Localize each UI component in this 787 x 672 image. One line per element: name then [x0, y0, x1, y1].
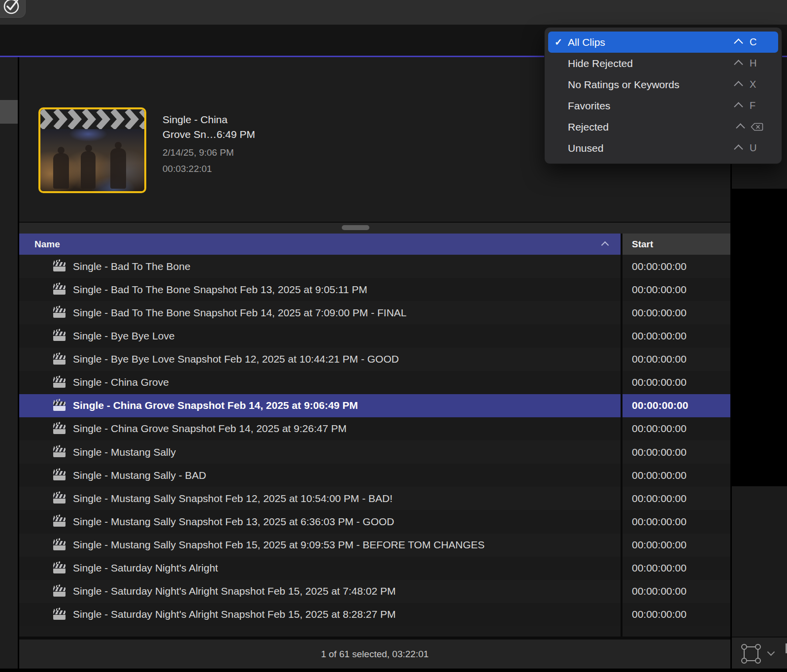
splitter-handle[interactable]	[342, 225, 369, 230]
table-row[interactable]: Single - Mustang Sally Snapshot Feb 12, …	[19, 487, 730, 510]
filter-menu-item[interactable]: ✓ Favorites F	[548, 95, 778, 116]
table-row[interactable]: Single - China Grove 00:00:00:00	[19, 371, 730, 394]
selected-clip-thumbnail[interactable]	[38, 107, 146, 193]
clip-start-time: 00:00:00:00	[632, 307, 687, 319]
clapperboard-icon	[53, 331, 66, 341]
corner-handle-icon	[755, 644, 761, 650]
viewer-lower-area	[732, 486, 787, 637]
clapperboard-icon	[53, 307, 66, 318]
shortcut-hint: X	[735, 79, 763, 90]
filter-menu-item[interactable]: ✓ Rejected	[548, 116, 778, 137]
transform-overlay-button[interactable]	[744, 646, 758, 661]
clip-start-time: 00:00:00:00	[632, 284, 687, 296]
splitter-row	[19, 222, 730, 234]
filter-menu-item-label: No Ratings or Keywords	[568, 79, 735, 91]
sort-ascending-icon	[601, 241, 609, 249]
filter-menu-item[interactable]: ✓ Unused U	[548, 137, 778, 159]
clip-start-time: 00:00:00:00	[632, 446, 687, 458]
left-rail	[0, 57, 18, 672]
table-row[interactable]: Single - Bad To The Bone Snapshot Feb 13…	[19, 278, 730, 301]
shortcut-key: C	[750, 36, 763, 48]
clapperboard-icon	[53, 470, 66, 480]
clapperboard-icon	[53, 563, 66, 573]
control-key-icon	[734, 144, 743, 153]
clip-name: Single - Saturday Night's Alright	[73, 562, 218, 574]
clip-start-time: 00:00:00:00	[632, 516, 687, 528]
sidebar-collapse-tab[interactable]	[0, 100, 18, 124]
clip-name: Single - Mustang Sally Snapshot Feb 15, …	[73, 539, 485, 551]
clip-date: 2/14/25, 9:06 PM	[163, 147, 234, 158]
column-header-start[interactable]: Start	[623, 234, 730, 255]
table-rows: Single - Bad To The Bone 00:00:00:00 Sin…	[19, 255, 730, 626]
clip-name: Single - Bad To The Bone	[73, 261, 191, 272]
top-toolbar	[0, 0, 787, 25]
clip-start-time: 00:00:00:00	[632, 608, 687, 620]
clip-name: Single - Bad To The Bone Snapshot Feb 13…	[73, 284, 367, 296]
chevron-down-icon[interactable]	[767, 648, 775, 656]
table-row[interactable]: Single - Bad To The Bone Snapshot Feb 14…	[19, 301, 730, 324]
musician-silhouette	[110, 148, 126, 189]
corner-handle-icon	[755, 658, 761, 664]
clapperboard-icon	[53, 447, 66, 457]
table-row[interactable]: Single - Mustang Sally - BAD 00:00:00:00	[19, 464, 730, 487]
table-row[interactable]: Single - China Grove Snapshot Feb 14, 20…	[19, 394, 730, 417]
start-column-label: Start	[632, 234, 653, 255]
control-key-icon	[734, 60, 743, 68]
clip-name: Single - Saturday Night's Alright Snapsh…	[73, 585, 395, 597]
clapperboard-icon	[53, 493, 66, 504]
clip-start-time: 00:00:00:00	[632, 470, 687, 481]
table-row[interactable]: Single - Mustang Sally Snapshot Feb 13, …	[19, 510, 730, 533]
filter-menu-item-label: Hide Rejected	[568, 58, 735, 69]
shortcut-hint: U	[735, 142, 763, 154]
filmstrip-chevron-strip	[40, 109, 144, 129]
clip-start-time: 00:00:00:00	[632, 400, 688, 411]
check-circle-button[interactable]	[0, 0, 26, 18]
clip-start-time: 00:00:00:00	[632, 423, 687, 435]
shortcut-key: F	[750, 100, 763, 111]
clip-duration: 00:03:22:01	[163, 164, 212, 174]
table-row[interactable]: Single - Mustang Sally Snapshot Feb 15, …	[19, 534, 730, 557]
clapperboard-icon	[53, 609, 66, 620]
final-cut-pro-window: Single - China Grove Sn…6:49 PM 2/14/25,…	[0, 0, 787, 672]
table-row[interactable]: Single - Saturday Night's Alright 00:00:…	[19, 557, 730, 580]
shortcut-key: X	[750, 79, 763, 90]
table-row[interactable]: Single - China Grove Snapshot Feb 14, 20…	[19, 417, 730, 440]
musician-silhouette	[81, 151, 96, 189]
clapperboard-icon	[53, 377, 66, 388]
shortcut-key: H	[750, 58, 763, 69]
clapperboard-icon	[53, 261, 66, 271]
clip-name: Single - Mustang Sally Snapshot Feb 13, …	[73, 516, 394, 528]
table-row[interactable]: Single - Bye Bye Love Snapshot Feb 12, 2…	[19, 348, 730, 371]
table-row[interactable]: Single - Bad To The Bone 00:00:00:00	[19, 255, 730, 278]
viewer-control-bar	[732, 637, 787, 669]
filter-menu-item-label: Favorites	[568, 100, 735, 112]
table-row[interactable]: Single - Mustang Sally 00:00:00:00	[19, 440, 730, 464]
filter-menu-item[interactable]: ✓ No Ratings or Keywords X	[548, 74, 778, 95]
column-divider[interactable]	[621, 234, 623, 637]
shortcut-hint: C	[735, 36, 763, 48]
table-row[interactable]: Single - Saturday Night's Alright Snapsh…	[19, 580, 730, 603]
shortcut-hint: F	[735, 100, 763, 111]
checkmark-icon: ✓	[555, 36, 568, 48]
clip-name: Single - China Grove	[73, 376, 169, 388]
clip-title-line1: Single - China	[163, 112, 310, 127]
filter-menu-item-label: All Clips	[568, 36, 735, 48]
status-bar: 1 of 61 selected, 03:22:01	[19, 639, 730, 669]
clip-name: Single - Bad To The Bone Snapshot Feb 14…	[73, 307, 407, 319]
clapperboard-icon	[53, 516, 66, 527]
selection-status-text: 1 of 61 selected, 03:22:01	[321, 649, 429, 659]
clip-start-time: 00:00:00:00	[632, 539, 687, 551]
shortcut-key: U	[750, 142, 763, 154]
clapperboard-icon	[53, 586, 66, 597]
clip-start-time: 00:00:00:00	[632, 353, 687, 365]
filter-menu-item[interactable]: ✓ All Clips C	[548, 32, 778, 53]
viewer-video-area	[732, 189, 787, 486]
control-key-icon	[734, 81, 743, 90]
filter-menu-item[interactable]: ✓ Hide Rejected H	[548, 53, 778, 74]
clip-name: Single - Saturday Night's Alright Snapsh…	[73, 608, 395, 620]
check-circle-icon	[2, 0, 22, 16]
clapperboard-icon	[53, 284, 66, 295]
table-row[interactable]: Single - Bye Bye Love 00:00:00:00	[19, 324, 730, 347]
table-row[interactable]: Single - Saturday Night's Alright Snapsh…	[19, 603, 730, 626]
column-header-name[interactable]: Name	[19, 234, 621, 255]
